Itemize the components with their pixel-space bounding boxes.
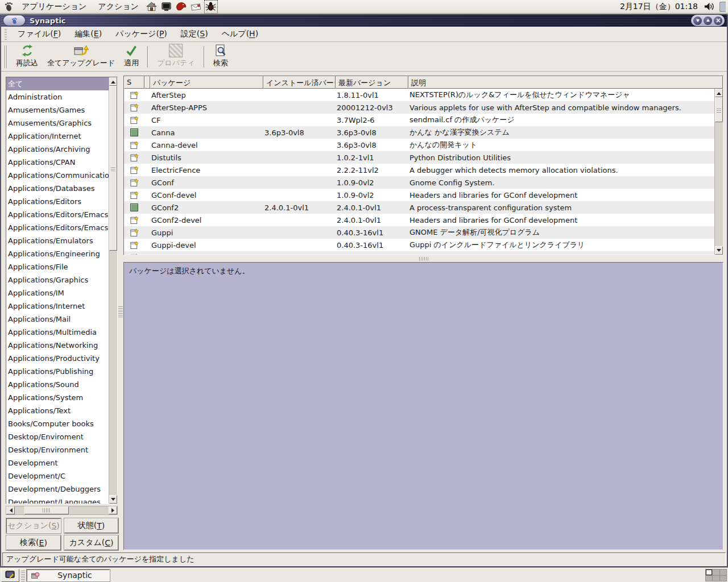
- speaker-volume-icon[interactable]: [702, 1, 715, 13]
- search-button[interactable]: 検索: [209, 43, 233, 70]
- menu-package[interactable]: パッケージ(P): [110, 28, 172, 40]
- column-header-package[interactable]: パッケージ: [150, 76, 263, 89]
- sections-horizontal-scrollbar[interactable]: [6, 506, 118, 515]
- panel-edge-partial-icon[interactable]: [719, 2, 726, 12]
- section-list-item[interactable]: Applications/Graphics: [6, 273, 109, 286]
- section-list-item[interactable]: Applications/Text: [6, 404, 109, 417]
- window-titlebar[interactable]: Synaptic: [1, 14, 727, 27]
- section-list-item[interactable]: Desktop/Enviroment: [6, 430, 109, 443]
- sections-vertical-scrollbar[interactable]: [109, 77, 117, 504]
- section-list-item[interactable]: Development/Languages: [6, 496, 109, 504]
- menu-settings[interactable]: 設定(S): [176, 28, 213, 40]
- description-pane[interactable]: パッケージは選択されていません。: [123, 262, 723, 550]
- hscroll-thumb[interactable]: [24, 506, 69, 514]
- tasklist-applet-button[interactable]: [1, 569, 19, 582]
- section-list-item[interactable]: 全て: [6, 77, 109, 90]
- section-list-item[interactable]: Applications/IM: [6, 286, 109, 300]
- section-list-item[interactable]: Amusements/Graphics: [6, 117, 109, 130]
- section-list-item[interactable]: Applications/Networking: [6, 339, 109, 352]
- terminal-launcher-icon[interactable]: [160, 1, 173, 13]
- status-view-button[interactable]: 状態(T): [64, 518, 118, 533]
- horizontal-pane-splitter-grip[interactable]: [419, 257, 429, 261]
- table-row[interactable]: Canna-devel 3.6p3-0vl8 かんなの開発キット: [124, 139, 714, 151]
- table-row[interactable]: Guppi 0.40.3-16vl1 GNOME データ解析/可視化プログラム: [124, 226, 714, 239]
- section-list-item[interactable]: Applications/Editors: [6, 195, 109, 208]
- section-list-item[interactable]: Applications/Archiving: [6, 143, 109, 156]
- section-list-item[interactable]: Applications/Databases: [6, 182, 109, 195]
- panel-menu-applications[interactable]: アプリケーション: [17, 1, 91, 13]
- section-list-item[interactable]: Desktop/Environment: [6, 443, 109, 456]
- section-list-item[interactable]: Applications/Mail: [6, 313, 109, 326]
- section-list-item[interactable]: Application/Internet: [6, 130, 109, 143]
- minimize-button[interactable]: [693, 16, 702, 25]
- table-scroll-thumb[interactable]: [715, 97, 723, 122]
- search-view-button[interactable]: 検索(E): [6, 535, 61, 550]
- task-button-synaptic[interactable]: Synaptic: [27, 569, 110, 581]
- section-list-item[interactable]: Applications/System: [6, 391, 109, 404]
- section-list-item[interactable]: Development/C: [6, 469, 109, 483]
- panel-menu-actions[interactable]: アクション: [93, 1, 143, 13]
- scroll-down-button[interactable]: [109, 495, 117, 504]
- bug-tool-launcher-icon[interactable]: [205, 1, 217, 13]
- upgrade-all-button[interactable]: 全てアップグレード: [43, 43, 119, 70]
- table-row[interactable]: Distutils 1.0.2-1vl1 Python Distribution…: [124, 151, 714, 164]
- section-list-item[interactable]: Books/Computer books: [6, 417, 109, 430]
- taskbar-grip[interactable]: [21, 569, 25, 581]
- table-row[interactable]: GConf2-devel 2.4.0.1-0vl1 Headers and li…: [124, 214, 714, 226]
- section-list-item[interactable]: Applications/Publishing: [6, 365, 109, 378]
- column-header-status[interactable]: S: [124, 76, 144, 89]
- section-list-item[interactable]: Applications/Emulators: [6, 234, 109, 247]
- workspace-1[interactable]: [706, 569, 712, 575]
- section-list-item[interactable]: Applications/Multimedia: [6, 326, 109, 339]
- table-vertical-scrollbar[interactable]: [714, 89, 723, 255]
- custom-view-button[interactable]: カスタム(C): [64, 535, 118, 550]
- section-list-item[interactable]: Applications/Internet: [6, 300, 109, 313]
- scroll-up-button[interactable]: [109, 77, 117, 86]
- reload-button[interactable]: 再読込: [11, 43, 43, 70]
- table-row[interactable]: GConf 1.0.9-0vl2 Gnome Config System.: [124, 176, 714, 189]
- section-list-item[interactable]: Development/Debuggers: [6, 483, 109, 496]
- section-list-item[interactable]: Development: [6, 456, 109, 469]
- menubar-grip[interactable]: [5, 29, 7, 40]
- column-header-description[interactable]: 説明: [408, 76, 723, 89]
- menu-help[interactable]: ヘルプ(H): [217, 28, 263, 40]
- workspace-6[interactable]: [720, 576, 726, 581]
- vertical-pane-splitter-grip[interactable]: [118, 306, 123, 317]
- section-list-item[interactable]: Applications/Productivity: [6, 352, 109, 365]
- workspace-pager[interactable]: [705, 569, 727, 581]
- workspace-4[interactable]: [706, 576, 712, 581]
- menu-file[interactable]: ファイル(F): [13, 28, 66, 40]
- gnome-foot-menu-icon[interactable]: [2, 1, 15, 13]
- section-list-item[interactable]: Applications/Editors/Emacs: [6, 221, 109, 234]
- scroll-right-button[interactable]: [109, 506, 117, 514]
- table-row[interactable]: GConf-devel 1.0.9-0vl2 Headers and libra…: [124, 189, 714, 201]
- section-list-item[interactable]: Administration: [6, 90, 109, 103]
- sections-view-button[interactable]: セクション(S): [6, 518, 61, 533]
- section-list-item[interactable]: Applications/File: [6, 260, 109, 273]
- table-row[interactable]: [124, 251, 714, 255]
- maximize-button[interactable]: [704, 16, 712, 25]
- column-header-installed-version[interactable]: インストール済バージョン: [263, 76, 336, 89]
- section-list-item[interactable]: Applications/Sound: [6, 378, 109, 391]
- scroll-thumb[interactable]: [109, 86, 117, 251]
- table-row[interactable]: Guppi-devel 0.40.3-16vl1 Guppi のインクルードファ…: [124, 239, 714, 251]
- mail-launcher-icon[interactable]: [190, 1, 202, 13]
- table-row[interactable]: CF 3.7Wpl2-6 sendmail.cf の作成パッケージ: [124, 114, 714, 126]
- window-menu-button[interactable]: [3, 15, 25, 26]
- table-row[interactable]: AfterStep-APPS 20001212-0vl3 Various app…: [124, 101, 714, 114]
- workspace-2[interactable]: [713, 569, 719, 575]
- table-row[interactable]: ElectricFence 2.2.2-11vl2 A debugger whi…: [124, 164, 714, 176]
- section-list-item[interactable]: Applications/Engineering: [6, 247, 109, 260]
- table-scroll-down-button[interactable]: [715, 246, 723, 255]
- close-button[interactable]: [714, 16, 722, 25]
- toolbar-grip[interactable]: [5, 45, 8, 68]
- workspace-5[interactable]: [713, 576, 719, 581]
- menu-edit[interactable]: 編集(E): [69, 28, 107, 40]
- section-list-item[interactable]: Applications/Editors/Emacs: [6, 208, 109, 221]
- section-list-item[interactable]: Applications/CPAN: [6, 156, 109, 169]
- apply-button[interactable]: 適用: [119, 43, 143, 70]
- column-header-spacer[interactable]: [144, 76, 150, 89]
- section-list-item[interactable]: Amusements/Games: [6, 103, 109, 117]
- table-scroll-up-button[interactable]: [715, 89, 723, 97]
- section-list-item[interactable]: Applications/Communication: [6, 169, 109, 182]
